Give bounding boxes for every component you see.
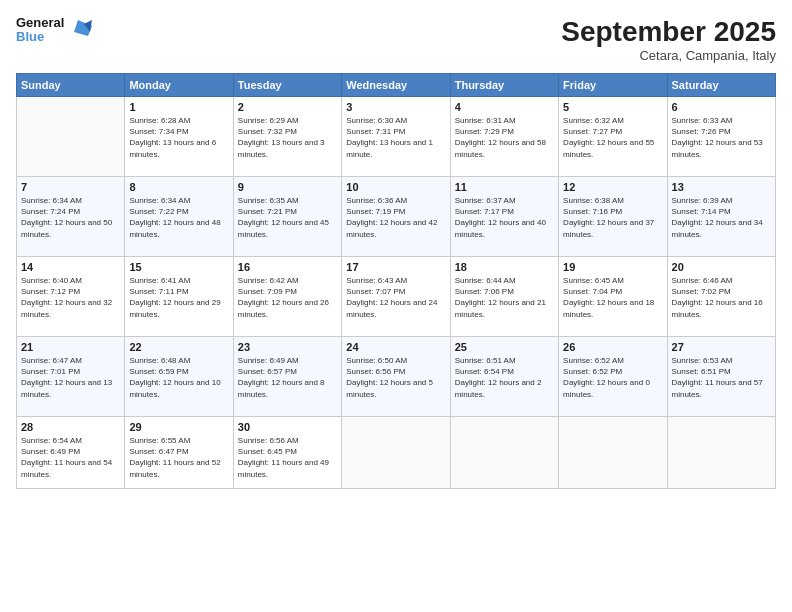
day-cell: 27Sunrise: 6:53 AMSunset: 6:51 PMDayligh…	[667, 337, 775, 417]
header-cell-friday: Friday	[559, 74, 667, 97]
day-number: 28	[21, 421, 120, 433]
day-cell	[17, 97, 125, 177]
day-number: 29	[129, 421, 228, 433]
day-number: 15	[129, 261, 228, 273]
header: General Blue September 2025 Cetara, Camp…	[16, 16, 776, 63]
day-number: 27	[672, 341, 771, 353]
header-cell-monday: Monday	[125, 74, 233, 97]
day-number: 20	[672, 261, 771, 273]
week-row-3: 14Sunrise: 6:40 AMSunset: 7:12 PMDayligh…	[17, 257, 776, 337]
day-cell: 10Sunrise: 6:36 AMSunset: 7:19 PMDayligh…	[342, 177, 450, 257]
day-number: 2	[238, 101, 337, 113]
day-cell: 2Sunrise: 6:29 AMSunset: 7:32 PMDaylight…	[233, 97, 341, 177]
day-cell: 6Sunrise: 6:33 AMSunset: 7:26 PMDaylight…	[667, 97, 775, 177]
day-info: Sunrise: 6:53 AMSunset: 6:51 PMDaylight:…	[672, 355, 771, 400]
week-row-5: 28Sunrise: 6:54 AMSunset: 6:49 PMDayligh…	[17, 417, 776, 489]
day-info: Sunrise: 6:28 AMSunset: 7:34 PMDaylight:…	[129, 115, 228, 160]
day-info: Sunrise: 6:37 AMSunset: 7:17 PMDaylight:…	[455, 195, 554, 240]
day-info: Sunrise: 6:32 AMSunset: 7:27 PMDaylight:…	[563, 115, 662, 160]
day-number: 6	[672, 101, 771, 113]
day-cell	[559, 417, 667, 489]
day-info: Sunrise: 6:54 AMSunset: 6:49 PMDaylight:…	[21, 435, 120, 480]
day-info: Sunrise: 6:36 AMSunset: 7:19 PMDaylight:…	[346, 195, 445, 240]
day-info: Sunrise: 6:29 AMSunset: 7:32 PMDaylight:…	[238, 115, 337, 160]
day-cell: 1Sunrise: 6:28 AMSunset: 7:34 PMDaylight…	[125, 97, 233, 177]
day-info: Sunrise: 6:44 AMSunset: 7:06 PMDaylight:…	[455, 275, 554, 320]
day-cell	[450, 417, 558, 489]
day-info: Sunrise: 6:39 AMSunset: 7:14 PMDaylight:…	[672, 195, 771, 240]
day-number: 3	[346, 101, 445, 113]
day-number: 17	[346, 261, 445, 273]
day-cell: 5Sunrise: 6:32 AMSunset: 7:27 PMDaylight…	[559, 97, 667, 177]
day-info: Sunrise: 6:51 AMSunset: 6:54 PMDaylight:…	[455, 355, 554, 400]
week-row-1: 1Sunrise: 6:28 AMSunset: 7:34 PMDaylight…	[17, 97, 776, 177]
day-number: 21	[21, 341, 120, 353]
day-cell	[667, 417, 775, 489]
day-info: Sunrise: 6:46 AMSunset: 7:02 PMDaylight:…	[672, 275, 771, 320]
subtitle: Cetara, Campania, Italy	[561, 48, 776, 63]
day-number: 26	[563, 341, 662, 353]
day-info: Sunrise: 6:45 AMSunset: 7:04 PMDaylight:…	[563, 275, 662, 320]
day-cell: 9Sunrise: 6:35 AMSunset: 7:21 PMDaylight…	[233, 177, 341, 257]
day-info: Sunrise: 6:55 AMSunset: 6:47 PMDaylight:…	[129, 435, 228, 480]
day-number: 9	[238, 181, 337, 193]
day-number: 24	[346, 341, 445, 353]
day-cell: 20Sunrise: 6:46 AMSunset: 7:02 PMDayligh…	[667, 257, 775, 337]
day-cell: 23Sunrise: 6:49 AMSunset: 6:57 PMDayligh…	[233, 337, 341, 417]
day-info: Sunrise: 6:40 AMSunset: 7:12 PMDaylight:…	[21, 275, 120, 320]
day-info: Sunrise: 6:47 AMSunset: 7:01 PMDaylight:…	[21, 355, 120, 400]
day-number: 19	[563, 261, 662, 273]
day-cell: 25Sunrise: 6:51 AMSunset: 6:54 PMDayligh…	[450, 337, 558, 417]
day-number: 4	[455, 101, 554, 113]
day-cell: 3Sunrise: 6:30 AMSunset: 7:31 PMDaylight…	[342, 97, 450, 177]
day-cell: 30Sunrise: 6:56 AMSunset: 6:45 PMDayligh…	[233, 417, 341, 489]
day-number: 10	[346, 181, 445, 193]
day-cell: 29Sunrise: 6:55 AMSunset: 6:47 PMDayligh…	[125, 417, 233, 489]
day-info: Sunrise: 6:38 AMSunset: 7:16 PMDaylight:…	[563, 195, 662, 240]
day-number: 7	[21, 181, 120, 193]
day-info: Sunrise: 6:31 AMSunset: 7:29 PMDaylight:…	[455, 115, 554, 160]
day-cell: 7Sunrise: 6:34 AMSunset: 7:24 PMDaylight…	[17, 177, 125, 257]
day-cell: 16Sunrise: 6:42 AMSunset: 7:09 PMDayligh…	[233, 257, 341, 337]
header-cell-saturday: Saturday	[667, 74, 775, 97]
day-cell: 14Sunrise: 6:40 AMSunset: 7:12 PMDayligh…	[17, 257, 125, 337]
day-cell: 19Sunrise: 6:45 AMSunset: 7:04 PMDayligh…	[559, 257, 667, 337]
month-title: September 2025	[561, 16, 776, 48]
day-info: Sunrise: 6:50 AMSunset: 6:56 PMDaylight:…	[346, 355, 445, 400]
day-number: 1	[129, 101, 228, 113]
day-number: 13	[672, 181, 771, 193]
day-info: Sunrise: 6:34 AMSunset: 7:22 PMDaylight:…	[129, 195, 228, 240]
day-info: Sunrise: 6:48 AMSunset: 6:59 PMDaylight:…	[129, 355, 228, 400]
day-cell: 8Sunrise: 6:34 AMSunset: 7:22 PMDaylight…	[125, 177, 233, 257]
header-cell-tuesday: Tuesday	[233, 74, 341, 97]
day-number: 12	[563, 181, 662, 193]
day-info: Sunrise: 6:30 AMSunset: 7:31 PMDaylight:…	[346, 115, 445, 160]
page-container: General Blue September 2025 Cetara, Camp…	[0, 0, 792, 612]
day-cell: 22Sunrise: 6:48 AMSunset: 6:59 PMDayligh…	[125, 337, 233, 417]
day-info: Sunrise: 6:43 AMSunset: 7:07 PMDaylight:…	[346, 275, 445, 320]
day-cell	[342, 417, 450, 489]
logo: General Blue	[16, 16, 92, 45]
day-number: 25	[455, 341, 554, 353]
day-number: 16	[238, 261, 337, 273]
day-number: 5	[563, 101, 662, 113]
day-cell: 21Sunrise: 6:47 AMSunset: 7:01 PMDayligh…	[17, 337, 125, 417]
day-cell: 26Sunrise: 6:52 AMSunset: 6:52 PMDayligh…	[559, 337, 667, 417]
day-number: 8	[129, 181, 228, 193]
day-info: Sunrise: 6:33 AMSunset: 7:26 PMDaylight:…	[672, 115, 771, 160]
day-cell: 17Sunrise: 6:43 AMSunset: 7:07 PMDayligh…	[342, 257, 450, 337]
day-number: 23	[238, 341, 337, 353]
day-number: 18	[455, 261, 554, 273]
day-cell: 4Sunrise: 6:31 AMSunset: 7:29 PMDaylight…	[450, 97, 558, 177]
logo-mark: General Blue	[16, 16, 64, 45]
day-info: Sunrise: 6:35 AMSunset: 7:21 PMDaylight:…	[238, 195, 337, 240]
week-row-4: 21Sunrise: 6:47 AMSunset: 7:01 PMDayligh…	[17, 337, 776, 417]
day-info: Sunrise: 6:52 AMSunset: 6:52 PMDaylight:…	[563, 355, 662, 400]
day-cell: 28Sunrise: 6:54 AMSunset: 6:49 PMDayligh…	[17, 417, 125, 489]
day-info: Sunrise: 6:49 AMSunset: 6:57 PMDaylight:…	[238, 355, 337, 400]
header-cell-thursday: Thursday	[450, 74, 558, 97]
day-cell: 18Sunrise: 6:44 AMSunset: 7:06 PMDayligh…	[450, 257, 558, 337]
day-cell: 24Sunrise: 6:50 AMSunset: 6:56 PMDayligh…	[342, 337, 450, 417]
day-number: 22	[129, 341, 228, 353]
day-cell: 15Sunrise: 6:41 AMSunset: 7:11 PMDayligh…	[125, 257, 233, 337]
